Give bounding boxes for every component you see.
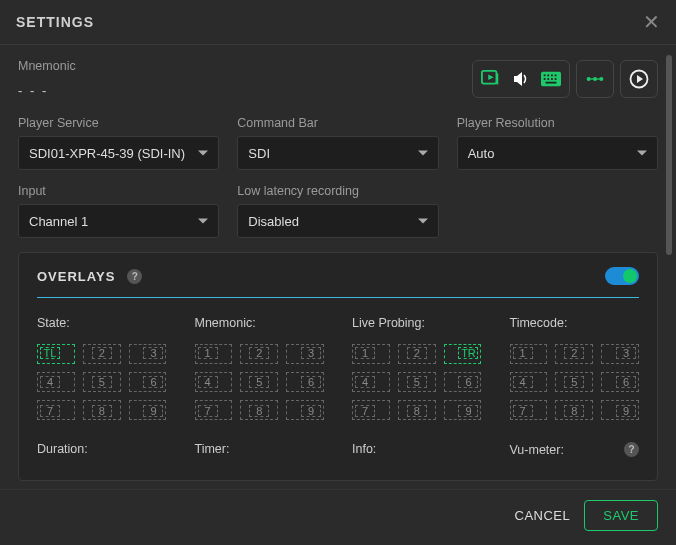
svg-rect-3 [547, 74, 549, 76]
position-cell[interactable]: 4 [37, 372, 75, 392]
modal-title: SETTINGS [16, 14, 94, 30]
position-cell[interactable]: 8 [398, 400, 436, 420]
position-grid: TL23456789 [37, 344, 167, 420]
modal-header: SETTINGS ✕ [0, 0, 676, 45]
position-cell[interactable]: 9 [601, 400, 639, 420]
position-cell[interactable]: 1 [352, 344, 390, 364]
mnemonic-label: Mnemonic [18, 59, 472, 73]
position-cell[interactable]: 9 [444, 400, 482, 420]
position-cell[interactable]: 4 [510, 372, 548, 392]
speaker-icon[interactable] [511, 69, 531, 89]
player-resolution-select[interactable]: Auto [457, 136, 658, 170]
position-cell[interactable]: 5 [83, 372, 121, 392]
position-cell[interactable]: 6 [444, 372, 482, 392]
position-grid: 123456789 [510, 344, 640, 420]
position-cell[interactable]: 5 [240, 372, 278, 392]
position-cell[interactable]: 7 [195, 400, 233, 420]
low-latency-value: Disabled [248, 214, 299, 229]
command-bar-value: SDI [248, 146, 270, 161]
player-service-select[interactable]: SDI01-XPR-45-39 (SDI-IN) [18, 136, 219, 170]
overlay-label-vumeter: Vu-meter: [510, 443, 564, 457]
overlay-label-timer: Timer: [195, 442, 230, 456]
toolbar-group-link [576, 60, 614, 98]
close-icon[interactable]: ✕ [643, 12, 660, 32]
input-select[interactable]: Channel 1 [18, 204, 219, 238]
scrollbar[interactable] [666, 55, 672, 255]
position-cell[interactable]: 5 [398, 372, 436, 392]
position-grid: 12TR456789 [352, 344, 482, 420]
play-screen-icon[interactable] [481, 69, 501, 89]
low-latency-select[interactable]: Disabled [237, 204, 438, 238]
svg-rect-5 [555, 74, 557, 76]
overlay-label-liveProbing: Live Probing: [352, 316, 425, 330]
overlays-title: OVERLAYS [37, 269, 115, 284]
position-cell[interactable]: 2 [398, 344, 436, 364]
overlay-label-info: Info: [352, 442, 376, 456]
position-cell[interactable]: 2 [240, 344, 278, 364]
position-cell[interactable]: TL [37, 344, 75, 364]
svg-rect-8 [551, 78, 553, 80]
position-cell[interactable]: 7 [510, 400, 548, 420]
position-cell[interactable]: 9 [286, 400, 324, 420]
cancel-button[interactable]: CANCEL [515, 508, 571, 523]
toolbar [472, 59, 658, 98]
svg-rect-4 [551, 74, 553, 76]
input-value: Channel 1 [29, 214, 88, 229]
overlay-section-mnemonic: Mnemonic:123456789 [195, 316, 325, 420]
overlay-label-timecode: Timecode: [510, 316, 568, 330]
position-cell[interactable]: 6 [601, 372, 639, 392]
overlay-section-duration: Duration:123456789 [37, 442, 167, 470]
overlay-section-vumeter: Vu-meter:?123456789 [510, 442, 640, 470]
modal-footer: CANCEL SAVE [0, 489, 676, 545]
position-cell[interactable]: TR [444, 344, 482, 364]
position-cell[interactable]: 7 [37, 400, 75, 420]
position-cell[interactable]: 8 [83, 400, 121, 420]
player-resolution-value: Auto [468, 146, 495, 161]
play-circle-icon[interactable] [629, 69, 649, 89]
position-cell[interactable]: 2 [83, 344, 121, 364]
position-cell[interactable]: 3 [601, 344, 639, 364]
overlay-label-state: State: [37, 316, 70, 330]
position-cell[interactable]: 9 [129, 400, 167, 420]
command-bar-select[interactable]: SDI [237, 136, 438, 170]
input-label: Input [18, 184, 219, 198]
overlay-grid-row-2: Duration:123456789Timer:123456789Info:12… [37, 420, 639, 470]
position-grid: 123456789 [195, 344, 325, 420]
save-button[interactable]: SAVE [584, 500, 658, 531]
overlay-section-state: State:TL23456789 [37, 316, 167, 420]
position-cell[interactable]: 2 [555, 344, 593, 364]
overlay-section-info: Info:12TR456789 [352, 442, 482, 470]
modal-body: Mnemonic - - - [0, 45, 676, 489]
position-cell[interactable]: 1 [195, 344, 233, 364]
position-cell[interactable]: 4 [195, 372, 233, 392]
overlay-label-mnemonic: Mnemonic: [195, 316, 256, 330]
position-cell[interactable]: 3 [286, 344, 324, 364]
position-cell[interactable]: 6 [129, 372, 167, 392]
svg-rect-10 [546, 81, 557, 83]
svg-rect-9 [555, 78, 557, 80]
help-icon[interactable]: ? [624, 442, 639, 457]
player-service-value: SDI01-XPR-45-39 (SDI-IN) [29, 146, 185, 161]
player-service-label: Player Service [18, 116, 219, 130]
low-latency-label: Low latency recording [237, 184, 438, 198]
settings-modal: SETTINGS ✕ Mnemonic - - - [0, 0, 676, 545]
position-cell[interactable]: 1 [510, 344, 548, 364]
position-cell[interactable]: 5 [555, 372, 593, 392]
overlay-section-timecode: Timecode:123456789 [510, 316, 640, 420]
toolbar-group-main [472, 60, 570, 98]
overlays-panel: OVERLAYS ? State:TL23456789Mnemonic:1234… [18, 252, 658, 481]
link-dots-icon[interactable] [585, 69, 605, 89]
help-icon[interactable]: ? [127, 269, 142, 284]
keyboard-icon[interactable] [541, 69, 561, 89]
position-cell[interactable]: 3 [129, 344, 167, 364]
svg-rect-6 [544, 78, 546, 80]
overlay-section-timer: Timer:123456789 [195, 442, 325, 470]
overlays-toggle[interactable] [605, 267, 639, 285]
svg-rect-2 [544, 74, 546, 76]
overlay-grid-row-1: State:TL23456789Mnemonic:123456789Live P… [37, 298, 639, 420]
position-cell[interactable]: 7 [352, 400, 390, 420]
position-cell[interactable]: 8 [555, 400, 593, 420]
position-cell[interactable]: 4 [352, 372, 390, 392]
position-cell[interactable]: 6 [286, 372, 324, 392]
position-cell[interactable]: 8 [240, 400, 278, 420]
